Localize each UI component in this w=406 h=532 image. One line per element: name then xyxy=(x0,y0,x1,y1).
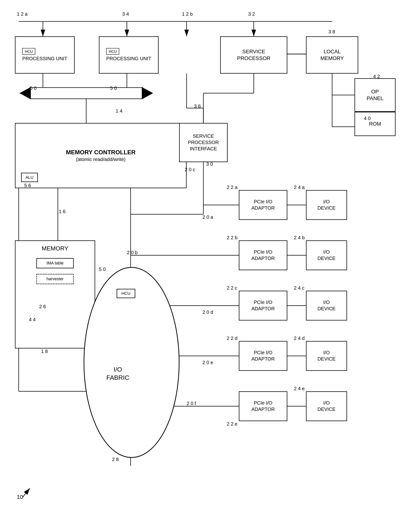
ref-50-fabric: 5 0 xyxy=(99,266,106,272)
svg-marker-10 xyxy=(20,88,30,99)
io-fabric-hcu: HCU xyxy=(117,289,135,298)
local-memory: LOCALMEMORY xyxy=(306,36,358,74)
memory-controller: MEMORY CONTROLLER (atomic read/add/write… xyxy=(15,123,187,188)
ref-20a: 2 0 a xyxy=(203,214,213,220)
pcie-adaptor-b: PCIe I/OADAPTOR xyxy=(239,240,287,270)
ref-20c: 2 0 c xyxy=(185,167,195,173)
processing-unit-b: HCU PROCESSING UNIT xyxy=(99,36,159,74)
svg-marker-12 xyxy=(143,88,153,99)
ref-20f: 2 0 f xyxy=(187,401,196,406)
pcie-e-label: PCIe I/OADAPTOR xyxy=(251,400,275,413)
pcie-d-label: PCIe I/OADAPTOR xyxy=(251,350,275,362)
pcie-adaptor-d: PCIe I/OADAPTOR xyxy=(239,341,287,371)
svg-marker-11 xyxy=(20,88,30,99)
ref-20d: 2 0 d xyxy=(203,309,213,315)
alu: ALU xyxy=(21,173,38,182)
io-device-b: I/ODEVICE xyxy=(306,240,347,270)
service-processor-interface: SERVICEPROCESSORINTERFACE xyxy=(179,123,228,162)
ref-24d: 2 4 d xyxy=(294,336,305,341)
pcie-adaptor-c: PCIe I/OADAPTOR xyxy=(239,291,287,321)
op-panel-label: OPPANEL xyxy=(367,88,384,102)
svg-line-60 xyxy=(22,488,30,497)
ref-28: 2 8 xyxy=(112,456,119,462)
ref-22c: 2 2 c xyxy=(227,285,237,291)
sp-label: SERVICEPROCESSOR xyxy=(237,48,270,62)
ref-42: 4 2 xyxy=(373,74,380,79)
harvester: harvester xyxy=(36,274,74,284)
pcie-adaptor-a: PCIe I/OADAPTOR xyxy=(239,190,287,220)
ref-38: 3 8 xyxy=(328,29,335,35)
ref-22d: 2 2 d xyxy=(227,336,238,341)
ref-50b: 5 0 xyxy=(110,85,117,91)
io-e-label: I/ODEVICE xyxy=(318,400,336,413)
ref-18: 1 8 xyxy=(41,349,48,354)
pcie-c-label: PCIe I/OADAPTOR xyxy=(251,299,275,312)
lm-label: LOCALMEMORY xyxy=(320,48,344,62)
ref-20b: 2 0 b xyxy=(127,250,138,255)
ref-40: 4 0 xyxy=(364,116,370,121)
svg-rect-13 xyxy=(30,88,143,99)
ref-34: 3 4 xyxy=(122,11,129,17)
ref-24c: 2 4 c xyxy=(294,285,304,291)
ref-16: 1 6 xyxy=(59,209,65,215)
io-fabric: HCU I/OFABRIC xyxy=(82,265,181,460)
io-b-label: I/ODEVICE xyxy=(318,249,336,262)
mc-title: MEMORY CONTROLLER xyxy=(66,148,136,156)
ref-12a: 1 2 a xyxy=(17,11,28,17)
io-a-label: I/ODEVICE xyxy=(318,199,336,211)
io-fabric-label: I/OFABRIC xyxy=(106,365,129,382)
ref-30: 3 0 xyxy=(206,161,213,167)
io-device-c: I/ODEVICE xyxy=(306,291,347,321)
ref-36: 3 6 xyxy=(194,103,201,109)
svg-marker-14 xyxy=(20,87,31,99)
svg-marker-15 xyxy=(142,87,153,99)
ref-24e: 2 4 e xyxy=(294,386,305,392)
ref-12b: 1 2 b xyxy=(182,11,193,17)
ima-table: IMA table xyxy=(36,258,74,268)
ref-44: 4 4 xyxy=(29,317,36,322)
io-c-label: I/ODEVICE xyxy=(318,299,336,312)
hcu-a: HCU xyxy=(22,48,35,55)
mc-subtitle: (atomic read/add/write) xyxy=(66,156,136,163)
io-device-e: I/ODEVICE xyxy=(306,391,347,421)
hcu-b: HCU xyxy=(106,48,119,55)
pcie-b-label: PCIe I/OADAPTOR xyxy=(251,249,275,262)
ref-32: 3 2 xyxy=(248,11,255,17)
ref-22b: 2 2 b xyxy=(227,235,238,241)
ref-50a: 5 0 xyxy=(30,85,36,91)
memory-label: MEMORY xyxy=(42,245,68,252)
ref-14: 1 4 xyxy=(116,108,122,114)
ref-24a: 2 4 a xyxy=(294,184,305,190)
rom: ROM xyxy=(355,112,396,136)
pu-a-label: PROCESSING UNIT xyxy=(22,56,67,61)
rom-label: ROM xyxy=(369,120,381,127)
op-panel: OPPANEL xyxy=(355,78,396,112)
service-processor: SERVICEPROCESSOR xyxy=(220,36,287,74)
io-device-d: I/ODEVICE xyxy=(306,341,347,371)
ref-22e: 2 2 e xyxy=(227,421,238,427)
diagram: 10 HCU PROCESSING UNIT HCU PROCESSING UN… xyxy=(0,0,406,532)
ref-22a: 2 2 a xyxy=(227,184,238,190)
pu-b-label: PROCESSING UNIT xyxy=(106,56,151,61)
spi-label: SERVICEPROCESSORINTERFACE xyxy=(188,133,219,152)
ref-26: 2 6 xyxy=(39,304,46,309)
pcie-a-label: PCIe I/OADAPTOR xyxy=(251,199,275,211)
ref-24b: 2 4 b xyxy=(294,235,305,241)
ref-20e: 2 0 e xyxy=(203,360,213,365)
io-device-a: I/ODEVICE xyxy=(306,190,347,220)
processing-unit-a: HCU PROCESSING UNIT xyxy=(15,36,75,74)
ref-56: 5 6 xyxy=(24,183,31,188)
ref-10-arrow xyxy=(19,484,34,499)
pcie-adaptor-e: PCIe I/OADAPTOR xyxy=(239,391,287,421)
io-d-label: I/ODEVICE xyxy=(318,350,336,362)
